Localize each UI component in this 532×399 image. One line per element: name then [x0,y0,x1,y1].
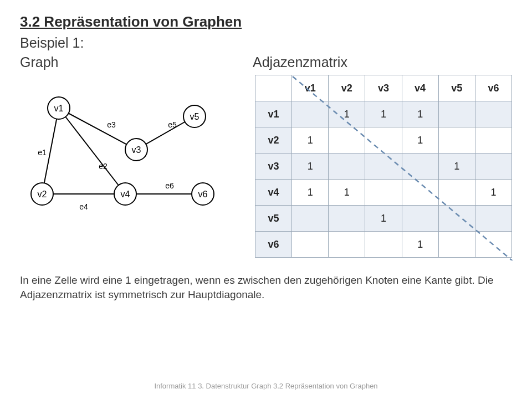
page-footer: Informatik 11 3. Datenstruktur Graph 3.2… [0,382,532,390]
example-label: Beispiel 1: [20,35,512,51]
edge-label-e2: e2 [99,162,108,171]
col-header: v3 [365,75,402,101]
col-header: v6 [475,75,511,101]
table-row: v6 1 [255,232,512,258]
col-header: v5 [438,75,475,101]
edge-label-e6: e6 [165,181,174,190]
node-v5: v5 [190,112,200,121]
table-row: v1 111 [255,101,512,127]
node-v6: v6 [198,190,208,199]
edge-label-e1: e1 [38,148,47,157]
edge-label-e4: e4 [79,202,88,211]
edge-label-e5: e5 [168,120,177,129]
section-heading: 3.2 Repräsentation von Graphen [20,13,512,30]
col-header: v2 [329,75,365,101]
explanation-text: In eine Zelle wird eine 1 eingetragen, w… [20,273,497,301]
node-v4: v4 [121,190,130,199]
graph-diagram: e1 e2 e3 e4 e5 e6 v1 v2 v3 v4 v5 v6 [20,86,242,221]
node-v1: v1 [54,104,64,113]
matrix-label: Adjazenzmatrix [253,54,512,70]
graph-label: Graph [20,54,253,70]
table-row: v2 11 [255,127,512,154]
adjacency-matrix: v1 v2 v3 v4 v5 v6 v1 111 v2 11 v3 11 v4 [255,75,512,258]
table-row: v4 111 [255,180,512,206]
table-row: v3 11 [255,154,512,180]
col-header: v4 [402,75,438,101]
node-v3: v3 [132,145,141,155]
table-row: v5 1 [255,206,512,232]
svg-line-2 [59,108,136,150]
node-v2: v2 [38,190,47,199]
edge-label-e3: e3 [107,120,116,129]
col-header: v1 [292,75,329,101]
